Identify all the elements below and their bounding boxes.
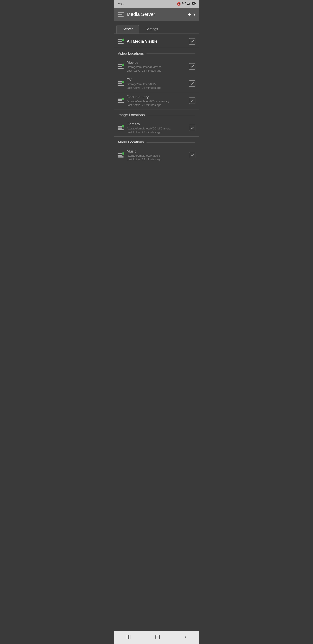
location-item-tv[interactable]: TV /storage/emulated/0/TV Last Active: 2… [114,75,199,92]
wifi-icon [182,2,186,6]
location-path: /storage/emulated/0/Music [127,154,161,157]
home-icon [155,635,160,639]
location-path: /storage/emulated/0/TV [127,82,161,86]
location-item-movies[interactable]: Movies /storage/emulated/0/Movies Last A… [114,58,199,75]
location-green-dot [122,81,124,83]
location-left: Movies /storage/emulated/0/Movies Last A… [118,60,162,72]
section-header-video-locations: Video Locations [114,48,199,58]
svg-rect-3 [190,2,190,5]
app-bar: Media Server + ▾ [114,8,199,21]
section-line [147,115,195,115]
location-path: /storage/emulated/0/Documentary [127,100,169,103]
sections-container: Video Locations Movies /storage/emulat [114,48,199,164]
add-button[interactable]: + [187,11,192,18]
location-left: Camera /storage/emulated/0/DCIM/Camera L… [118,122,171,134]
section-line [146,54,195,54]
all-media-label: All Media Visible [127,39,158,44]
location-checkbox[interactable] [189,80,195,87]
location-last-active: Last Active: 23 minutes ago [127,158,161,161]
all-media-row[interactable]: All Media Visible [114,35,199,48]
location-green-dot [122,98,124,100]
svg-rect-6 [195,3,196,4]
recent-apps-button[interactable] [122,634,135,640]
section-title: Image Locations [118,113,145,117]
location-path: /storage/emulated/0/Movies [127,65,162,68]
location-last-active: Last Active: 23 minutes ago [127,130,171,134]
location-name: Documentary [127,95,169,99]
app-bar-title: Media Server [127,12,155,17]
location-icon-wrap [118,126,124,130]
svg-rect-2 [189,3,190,5]
location-item-documentary[interactable]: Documentary /storage/emulated/0/Document… [114,92,199,110]
svg-rect-0 [187,4,188,5]
location-icon-wrap [118,81,124,86]
battery-icon [192,2,196,6]
location-info: Music /storage/emulated/0/Music Last Act… [127,149,161,161]
svg-rect-1 [188,4,189,5]
location-name: TV [127,78,161,82]
location-left: TV /storage/emulated/0/TV Last Active: 2… [118,78,161,90]
section-line [146,142,195,142]
back-icon: ‹ [185,634,186,640]
dropdown-button[interactable]: ▾ [193,12,195,17]
location-item-music[interactable]: Music /storage/emulated/0/Music Last Act… [114,147,199,164]
location-last-active: Last Active: 28 minutes ago [127,69,162,72]
status-bar: 7:36 🔇 [114,0,199,8]
mute-icon: 🔇 [177,2,181,6]
section-title: Video Locations [118,51,144,56]
location-green-dot [122,125,124,128]
all-media-checkbox[interactable] [189,38,195,44]
bottom-nav: ‹ [114,631,199,644]
location-name: Camera [127,122,171,126]
home-button[interactable] [151,634,164,640]
location-left: Music /storage/emulated/0/Music Last Act… [118,149,161,161]
status-time: 7:36 [117,2,123,6]
app-icon-wrap [118,12,124,17]
section-header-audio-locations: Audio Locations [114,137,199,147]
location-green-dot [122,64,124,66]
location-name: Music [127,149,161,154]
recent-icon [127,635,130,639]
section-title: Audio Locations [118,140,144,144]
location-path: /storage/emulated/0/DCIM/Camera [127,127,171,130]
location-checkbox[interactable] [189,98,195,104]
location-checkbox[interactable] [189,125,195,131]
location-icon-wrap [118,153,124,158]
section-header-image-locations: Image Locations [114,110,199,120]
svg-rect-5 [192,3,195,4]
location-item-camera[interactable]: Camera /storage/emulated/0/DCIM/Camera L… [114,120,199,137]
location-info: TV /storage/emulated/0/TV Last Active: 2… [127,78,161,90]
tabs: Server Settings [114,23,199,34]
location-info: Documentary /storage/emulated/0/Document… [127,95,169,106]
location-checkbox[interactable] [189,63,195,70]
tab-settings[interactable]: Settings [139,25,164,34]
location-left: Documentary /storage/emulated/0/Document… [118,95,169,106]
location-info: Movies /storage/emulated/0/Movies Last A… [127,60,162,72]
location-last-active: Last Active: 24 minutes ago [127,86,161,90]
app-bar-left: Media Server [118,12,155,17]
signal-icon [187,2,191,6]
location-info: Camera /storage/emulated/0/DCIM/Camera L… [127,122,171,134]
back-button[interactable]: ‹ [180,633,191,641]
content-area: Server Settings All Media Visible Video … [114,21,199,631]
location-checkbox[interactable] [189,152,195,158]
server-icon [118,12,124,17]
location-green-dot [122,152,124,155]
location-icon-wrap [118,64,124,69]
location-name: Movies [127,60,162,65]
app-bar-actions: + ▾ [187,11,195,18]
all-media-left: All Media Visible [118,39,158,44]
location-icon-wrap [118,98,124,103]
all-media-green-dot [122,38,124,41]
all-media-icon-wrap [118,39,124,44]
status-icons: 🔇 [177,2,196,6]
location-last-active: Last Active: 23 minutes ago [127,103,169,106]
tab-server[interactable]: Server [116,25,139,34]
